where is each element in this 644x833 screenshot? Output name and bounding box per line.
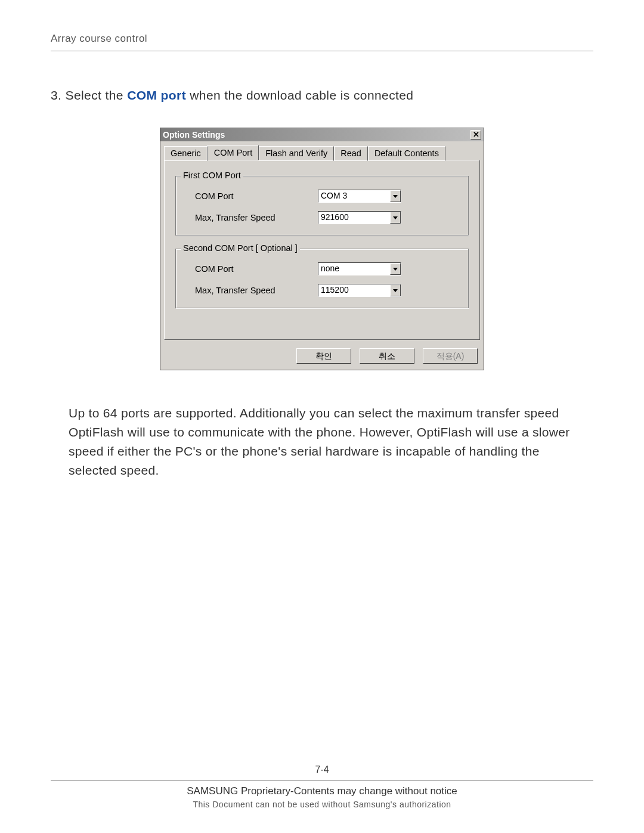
ok-button[interactable]: 확인 (296, 348, 351, 364)
close-button[interactable]: ✕ (470, 130, 481, 140)
option-settings-dialog: Option Settings ✕ Generic COM Port Flash… (160, 128, 484, 370)
group1-com-combo[interactable]: COM 3 (318, 190, 401, 203)
chevron-down-icon[interactable] (390, 263, 401, 275)
instruction-prefix: 3. Select the (51, 88, 127, 102)
group-second-com-port: Second COM Port [ Optional ] COM Port no… (175, 249, 469, 308)
apply-label: 적용(A) (436, 351, 465, 361)
tab-strip: Generic COM Port Flash and Verify Read D… (160, 141, 484, 160)
group2-speed-label: Max, Transfer Speed (187, 286, 318, 295)
instruction-suffix: when the download cable is connected (186, 88, 413, 102)
svg-marker-0 (393, 195, 398, 198)
instruction-emphasis: COM port (127, 88, 186, 102)
close-icon: ✕ (473, 130, 479, 139)
tab-default-contents[interactable]: Default Contents (368, 146, 445, 161)
chevron-down-icon[interactable] (390, 284, 401, 296)
footer-line-2: This Document can not be used without Sa… (51, 800, 593, 809)
dialog-title: Option Settings (163, 130, 225, 140)
page-footer: 7-4 SAMSUNG Proprietary-Contents may cha… (51, 764, 593, 809)
group1-com-label: COM Port (187, 191, 318, 201)
group-first-com-port: First COM Port COM Port COM 3 Max, Trans… (175, 176, 469, 236)
svg-marker-1 (393, 216, 398, 219)
tab-panel: First COM Port COM Port COM 3 Max, Trans… (164, 160, 480, 340)
chevron-down-icon[interactable] (390, 212, 401, 224)
group2-com-combo[interactable]: none (318, 262, 401, 275)
tab-generic[interactable]: Generic (164, 146, 208, 161)
group1-com-value: COM 3 (318, 190, 390, 202)
group2-speed-value: 115200 (318, 284, 390, 296)
group1-speed-combo[interactable]: 921600 (318, 211, 401, 224)
instruction-line: 3. Select the COM port when the download… (51, 88, 593, 103)
dialog-button-row: 확인 취소 적용(A) (160, 343, 484, 370)
group2-legend: Second COM Port [ Optional ] (181, 243, 300, 253)
group2-com-label: COM Port (187, 264, 318, 274)
body-paragraph: Up to 64 ports are supported. Additional… (51, 404, 593, 480)
dialog-titlebar: Option Settings ✕ (160, 128, 484, 141)
tab-read[interactable]: Read (334, 146, 368, 161)
group2-speed-combo[interactable]: 115200 (318, 284, 401, 297)
group1-speed-label: Max, Transfer Speed (187, 213, 318, 222)
page-number: 7-4 (51, 764, 593, 781)
cancel-button[interactable]: 취소 (360, 348, 414, 364)
group1-legend: First COM Port (181, 171, 243, 180)
page-header: Array course control (51, 33, 593, 51)
group1-speed-value: 921600 (318, 212, 390, 224)
footer-line-1: SAMSUNG Proprietary-Contents may change … (51, 785, 593, 797)
chevron-down-icon[interactable] (390, 190, 401, 202)
tab-flash-verify[interactable]: Flash and Verify (259, 146, 334, 161)
apply-button[interactable]: 적용(A) (423, 348, 478, 364)
group2-com-value: none (318, 263, 390, 275)
svg-marker-2 (393, 268, 398, 271)
tab-com-port[interactable]: COM Port (208, 145, 259, 160)
svg-marker-3 (393, 289, 398, 292)
